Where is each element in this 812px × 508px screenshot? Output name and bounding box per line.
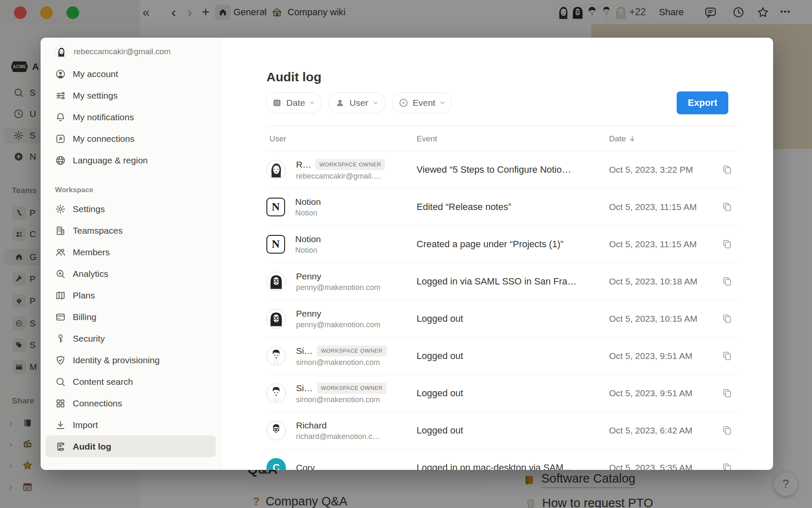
user-name-row: Penny xyxy=(296,271,380,282)
settings-item-settings[interactable]: Settings xyxy=(46,198,216,220)
user-name-row: Richard xyxy=(296,420,380,431)
cell-user: NNotionNotion xyxy=(266,226,321,263)
settings-item-members[interactable]: Members xyxy=(46,241,216,263)
export-button[interactable]: Export xyxy=(677,91,728,114)
table-row[interactable]: Pennypenny@makenotion.comLogged outOct 5… xyxy=(266,300,738,337)
table-row[interactable]: CCoryLogged in on mac-desktop via SAM…Oc… xyxy=(266,449,738,470)
user-identity: Richardrichard@makenotion.c… xyxy=(296,420,380,441)
copy-icon[interactable] xyxy=(721,226,732,263)
filter-pill-user[interactable]: User xyxy=(329,92,385,113)
analytics-icon xyxy=(55,268,66,279)
cell-user: CCory xyxy=(266,449,315,470)
copy-icon xyxy=(721,202,732,213)
copy-icon[interactable] xyxy=(721,449,732,470)
settings-item-import[interactable]: Import xyxy=(46,414,216,436)
user-name: Si… xyxy=(296,383,313,393)
table-row[interactable]: R…WORKSPACE OWNERrebeccamcakir@gmail.…Vi… xyxy=(266,151,738,188)
copy-icon[interactable] xyxy=(721,188,732,226)
user-name-row: Si…WORKSPACE OWNER xyxy=(296,383,387,394)
user-name-row: R…WORKSPACE OWNER xyxy=(296,159,385,170)
user-identity: Si…WORKSPACE OWNERsimon@makenotion.com xyxy=(296,345,387,367)
bolt-circle-icon xyxy=(398,98,409,108)
settings-item-billing[interactable]: Billing xyxy=(46,306,216,328)
settings-item-security[interactable]: Security xyxy=(46,328,216,349)
cell-event: Logged out xyxy=(417,375,605,412)
user-name: R… xyxy=(296,160,311,170)
sidebar-item-label: Billing xyxy=(73,312,96,322)
cell-user: Pennypenny@makenotion.com xyxy=(266,300,380,337)
user-name-row: Cory xyxy=(296,463,315,470)
import-icon xyxy=(55,420,66,431)
user-email: penny@makenotion.com xyxy=(296,283,380,292)
table-row[interactable]: NNotionNotionEdited “Release notes”Oct 5… xyxy=(266,188,738,226)
face-woman-glasses xyxy=(267,309,285,328)
account-email: rebeccamcakir@gmail.com xyxy=(74,47,170,56)
sidebar-item-label: Connections xyxy=(73,398,122,409)
user-avatar xyxy=(266,309,286,329)
sidebar-item-label: Members xyxy=(73,247,110,257)
filter-label: Event xyxy=(413,98,436,108)
sliders-icon xyxy=(55,90,66,101)
table-body: R…WORKSPACE OWNERrebeccamcakir@gmail.…Vi… xyxy=(266,151,738,470)
user-email: simon@makenotion.com xyxy=(296,395,387,404)
cell-date: Oct 5, 2023, 5:35 AM xyxy=(609,449,716,470)
arrow-out-icon xyxy=(55,133,66,144)
sidebar-item-label: Teamspaces xyxy=(73,226,123,236)
letter-avatar: C xyxy=(266,458,286,470)
column-header-date[interactable]: Date xyxy=(609,126,636,152)
table-row[interactable]: Pennypenny@makenotion.comLogged in via S… xyxy=(266,263,738,300)
copy-icon xyxy=(721,239,732,250)
settings-sidebar: rebeccamcakir@gmail.com My accountMy set… xyxy=(41,38,221,470)
settings-item-my-settings[interactable]: My settings xyxy=(46,85,216,106)
user-email: rebeccamcakir@gmail.… xyxy=(296,172,385,181)
filter-pill-date[interactable]: Date xyxy=(266,92,322,113)
face-man-glasses xyxy=(267,421,285,440)
settings-item-identity-provisioning[interactable]: Identity & provisioning xyxy=(46,349,216,371)
table-row[interactable]: NNotionNotionCreated a page under “Proje… xyxy=(266,226,738,263)
table-row[interactable]: Si…WORKSPACE OWNERsimon@makenotion.comLo… xyxy=(266,375,738,412)
gear-icon xyxy=(55,204,66,215)
settings-item-analytics[interactable]: Analytics xyxy=(46,263,216,284)
workspace-owner-badge: WORKSPACE OWNER xyxy=(317,345,387,356)
copy-icon[interactable] xyxy=(721,263,732,300)
copy-icon[interactable] xyxy=(721,337,732,375)
sidebar-item-label: Audit log xyxy=(73,442,111,452)
face-man xyxy=(267,384,285,403)
settings-item-content-search[interactable]: Content search xyxy=(46,371,216,392)
table-row[interactable]: Richardrichard@makenotion.c…Logged outOc… xyxy=(266,412,738,449)
settings-item-connections[interactable]: Connections xyxy=(46,392,216,414)
sidebar-item-label: Analytics xyxy=(73,269,108,279)
copy-icon[interactable] xyxy=(721,375,732,412)
copy-icon[interactable] xyxy=(721,300,732,337)
filter-pill-event[interactable]: Event xyxy=(392,92,453,113)
column-header-user[interactable]: User xyxy=(269,126,286,152)
user-name-row: Si…WORKSPACE OWNER xyxy=(296,345,387,356)
user-name-row: Notion xyxy=(295,234,321,244)
user-identity: Cory xyxy=(296,463,315,470)
chevron-down-icon xyxy=(309,100,315,106)
cell-event: Logged out xyxy=(417,337,605,375)
settings-item-my-notifications[interactable]: My notifications xyxy=(46,106,216,128)
settings-item-my-account[interactable]: My account xyxy=(46,63,216,85)
cell-user: Si…WORKSPACE OWNERsimon@makenotion.com xyxy=(266,375,387,412)
settings-item-teamspaces[interactable]: Teamspaces xyxy=(46,220,216,241)
user-name-row: Notion xyxy=(295,197,321,207)
settings-item-language-region[interactable]: Language & region xyxy=(46,149,216,171)
settings-modal: rebeccamcakir@gmail.com My accountMy set… xyxy=(41,38,773,470)
table-row[interactable]: Si…WORKSPACE OWNERsimon@makenotion.comLo… xyxy=(266,337,738,375)
copy-icon[interactable] xyxy=(721,412,732,449)
copy-icon[interactable] xyxy=(721,151,732,188)
workspace-menu: SettingsTeamspacesMembersAnalyticsPlansB… xyxy=(46,198,216,457)
cell-date: Oct 5, 2023, 9:51 AM xyxy=(609,375,716,412)
filter-bar: DateUserEvent xyxy=(266,92,452,113)
column-header-event[interactable]: Event xyxy=(417,126,437,152)
user-name: Notion xyxy=(295,234,321,244)
user-name: Cory xyxy=(296,463,315,470)
settings-item-my-connections[interactable]: My connections xyxy=(46,128,216,149)
user-identity: Si…WORKSPACE OWNERsimon@makenotion.com xyxy=(296,383,387,404)
copy-icon xyxy=(721,425,732,436)
user-identity: R…WORKSPACE OWNERrebeccamcakir@gmail.… xyxy=(296,159,385,181)
settings-item-plans[interactable]: Plans xyxy=(46,284,216,306)
sidebar-item-label: Content search xyxy=(73,377,133,387)
settings-item-audit-log[interactable]: Audit log xyxy=(46,436,216,457)
